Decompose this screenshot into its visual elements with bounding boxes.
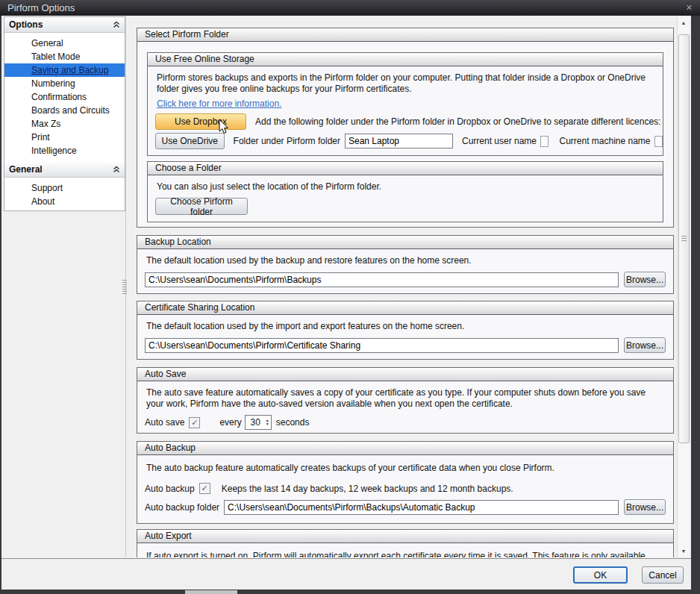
content-viewport: Select Pirform Folder Use Free Online St… bbox=[137, 16, 674, 557]
sidebar-item-print[interactable]: Print bbox=[4, 131, 125, 144]
sidebar-item-support[interactable]: Support bbox=[4, 181, 125, 195]
add-folder-note: Add the following folder under the Pirfo… bbox=[255, 116, 660, 127]
spinner-down-icon[interactable]: ▼ bbox=[266, 422, 269, 426]
collapse-chevron-icon[interactable] bbox=[113, 21, 120, 28]
auto-save-label: Auto save bbox=[145, 417, 184, 428]
more-info-link[interactable]: Click here for more information. bbox=[157, 99, 281, 109]
auto-save-interval-stepper[interactable]: 30 ▲ ▼ bbox=[245, 415, 272, 430]
group-certificate-sharing-location: Certificate Sharing Location The default… bbox=[137, 301, 674, 360]
sidebar-item-saving-and-backup[interactable]: Saving and Backup bbox=[4, 63, 125, 77]
sidebar-group-options[interactable]: Options bbox=[4, 17, 125, 33]
sidebar-group-general[interactable]: General bbox=[4, 162, 125, 178]
group-auto-backup-header: Auto Backup bbox=[137, 442, 673, 455]
certificate-sharing-browse-button[interactable]: Browse... bbox=[624, 337, 666, 353]
sidebar-item-general[interactable]: General bbox=[4, 37, 125, 50]
scrollbar-thumb[interactable] bbox=[678, 34, 690, 443]
cancel-button[interactable]: Cancel bbox=[642, 566, 684, 584]
auto-save-description: The auto save feature automatically save… bbox=[137, 381, 673, 410]
auto-backup-keeps-note: Keeps the last 14 day backups, 12 week b… bbox=[222, 484, 513, 494]
group-use-free-online-storage: Use Free Online Storage Pirform stores b… bbox=[147, 52, 663, 156]
collapse-chevron-icon[interactable] bbox=[113, 166, 120, 173]
pirform-options-window: Pirform Options ✕ Options General Tablet… bbox=[0, 0, 700, 594]
current-user-name-checkbox[interactable] bbox=[540, 136, 549, 147]
online-storage-description: Pirform stores backups and exports in th… bbox=[148, 66, 663, 95]
sidebar-group-general-label: General bbox=[9, 164, 43, 175]
group-auto-backup: Auto Backup The auto backup feature auto… bbox=[137, 441, 674, 524]
backup-location-description: The default location used by the backup … bbox=[137, 249, 673, 266]
vertical-scrollbar[interactable]: ▲ ▼ bbox=[677, 16, 690, 557]
sidebar: Options General Tablet Mode Saving and B… bbox=[4, 16, 125, 211]
current-machine-name-label: Current machine name bbox=[559, 136, 650, 146]
sidebar-item-confirmations[interactable]: Confirmations bbox=[4, 90, 125, 104]
splitter-grip[interactable] bbox=[122, 280, 127, 295]
scrollbar-thumb-grip bbox=[681, 236, 687, 242]
auto-export-description: If auto export is turned on, Pirform wil… bbox=[137, 543, 673, 557]
auto-backup-label: Auto backup bbox=[145, 484, 195, 494]
seconds-label: seconds bbox=[276, 417, 310, 428]
auto-backup-description: The auto backup feature automatically cr… bbox=[137, 455, 673, 474]
folder-under-label: Folder under Pirform folder bbox=[234, 136, 340, 146]
group-auto-export-header: Auto Export bbox=[137, 530, 673, 543]
current-machine-name-checkbox[interactable] bbox=[654, 136, 663, 147]
auto-backup-checkbox[interactable]: ✓ bbox=[199, 483, 210, 494]
certificate-sharing-description: The default location used by the import … bbox=[137, 315, 673, 332]
folder-under-input[interactable] bbox=[345, 134, 453, 148]
auto-save-checkbox[interactable]: ✓ bbox=[189, 417, 200, 428]
use-onedrive-button[interactable]: Use OneDrive bbox=[155, 133, 225, 149]
every-label: every bbox=[219, 417, 241, 428]
current-user-name-label: Current user name bbox=[462, 136, 537, 146]
ok-button[interactable]: OK bbox=[573, 566, 628, 584]
choose-folder-description: You can also just select the location of… bbox=[148, 175, 663, 193]
group-use-free-online-storage-header: Use Free Online Storage bbox=[148, 53, 663, 66]
use-dropbox-button[interactable]: Use Dropbox bbox=[155, 113, 246, 130]
sidebar-group-options-label: Options bbox=[9, 19, 43, 30]
title-bar: Pirform Options ✕ bbox=[0, 0, 700, 16]
group-auto-save: Auto Save The auto save feature automati… bbox=[137, 367, 674, 434]
sidebar-item-intelligence[interactable]: Intelligence bbox=[4, 144, 125, 157]
group-select-pirform-folder: Select Pirform Folder Use Free Online St… bbox=[137, 28, 674, 228]
sidebar-general-items: Support About bbox=[4, 178, 125, 208]
scroll-up-icon[interactable]: ▲ bbox=[678, 16, 690, 29]
auto-backup-folder-label: Auto backup folder bbox=[145, 502, 219, 513]
scroll-down-icon[interactable]: ▼ bbox=[678, 545, 690, 557]
checkmark-icon: ✓ bbox=[201, 484, 208, 493]
sidebar-item-max-zs[interactable]: Max Zs bbox=[4, 117, 125, 131]
bottom-edge-fragment bbox=[185, 590, 237, 594]
certificate-sharing-path-input[interactable] bbox=[145, 338, 619, 353]
mouse-cursor bbox=[219, 119, 229, 137]
sidebar-item-boards-and-circuits[interactable]: Boards and Circuits bbox=[4, 104, 125, 117]
sidebar-item-numbering[interactable]: Numbering bbox=[4, 77, 125, 90]
sidebar-item-tablet-mode[interactable]: Tablet Mode bbox=[4, 50, 125, 63]
sidebar-item-about[interactable]: About bbox=[4, 195, 125, 208]
close-icon[interactable]: ✕ bbox=[686, 3, 693, 13]
group-certificate-sharing-header: Certificate Sharing Location bbox=[137, 301, 673, 315]
window-title: Pirform Options bbox=[7, 2, 686, 13]
auto-save-interval-value: 30 bbox=[246, 417, 266, 428]
backup-location-path-input[interactable] bbox=[145, 272, 619, 287]
group-auto-export: Auto Export If auto export is turned on,… bbox=[137, 529, 674, 557]
auto-backup-folder-input[interactable] bbox=[224, 500, 619, 515]
sidebar-options-items: General Tablet Mode Saving and Backup Nu… bbox=[4, 33, 125, 157]
group-select-pirform-folder-header: Select Pirform Folder bbox=[137, 28, 673, 42]
choose-pirform-folder-button[interactable]: Choose Pirform folder bbox=[155, 198, 248, 215]
group-backup-location: Backup Location The default location use… bbox=[137, 235, 674, 294]
group-auto-save-header: Auto Save bbox=[137, 368, 673, 381]
checkmark-icon: ✓ bbox=[191, 418, 198, 428]
group-backup-location-header: Backup Location bbox=[137, 236, 673, 249]
group-choose-a-folder-header: Choose a Folder bbox=[148, 162, 663, 175]
group-choose-a-folder: Choose a Folder You can also just select… bbox=[147, 161, 663, 222]
auto-backup-browse-button[interactable]: Browse... bbox=[624, 499, 666, 515]
backup-location-browse-button[interactable]: Browse... bbox=[624, 272, 666, 287]
